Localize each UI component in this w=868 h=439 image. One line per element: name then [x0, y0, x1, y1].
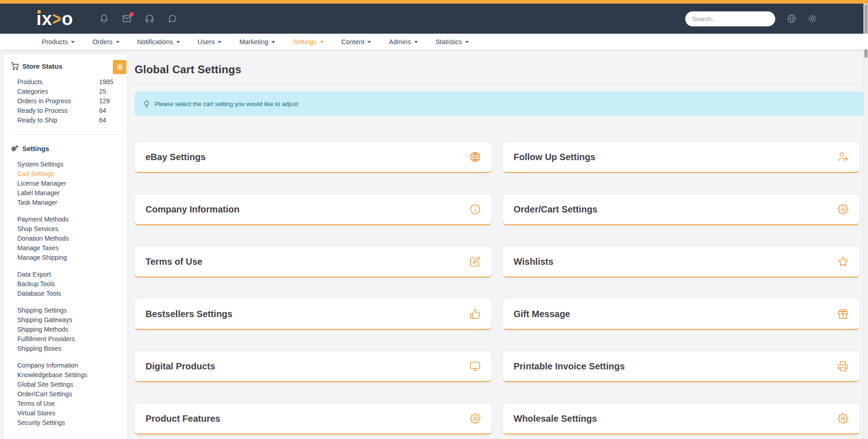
list-item: License Manager [17, 179, 127, 188]
sidebar-item-payment-methods[interactable]: Payment Methods [17, 216, 69, 223]
card-company-information[interactable]: Company Information [135, 194, 492, 225]
nav-orders[interactable]: Orders [92, 38, 119, 45]
stat-row: Ready to Ship64 [17, 116, 127, 125]
card-ebay-settings[interactable]: eBay Settings [135, 142, 492, 173]
main-content: Global Cart Settings Please select the c… [128, 50, 868, 439]
sidebar-item-shipping-methods[interactable]: Shipping Methods [17, 326, 68, 333]
nav-content[interactable]: Content [341, 38, 371, 45]
list-item: Knowledgebase Settings [17, 370, 127, 380]
admin-screen: ix>o [0, 0, 868, 439]
stat-row: Orders in Progress129 [17, 96, 127, 106]
gift-icon [838, 308, 848, 319]
gears-icon [11, 145, 19, 152]
ixxo-logo[interactable]: ix>o [36, 10, 73, 28]
card-wishlists[interactable]: Wishlists [503, 247, 860, 278]
header-notification-icons [100, 14, 177, 23]
sidebar-item-shipping-settings[interactable]: Shipping Settings [17, 307, 67, 314]
nav-users[interactable]: Users [198, 38, 222, 45]
scrollbar[interactable] [863, 4, 868, 439]
scrollbar-thumb[interactable] [864, 4, 868, 58]
card-gift-message[interactable]: Gift Message [503, 299, 860, 330]
star-icon [838, 256, 848, 267]
card-product-features[interactable]: Product Features [135, 404, 492, 434]
stat-row: Products1985 [17, 77, 127, 87]
alert-text: Please select the cart setting you would… [155, 101, 298, 107]
chat-icon[interactable] [168, 14, 177, 23]
nav-admins[interactable]: Admins [389, 38, 417, 45]
list-item: Task Manager [17, 198, 127, 207]
list-item: Global Site Settings [17, 380, 127, 389]
card-terms-of-use[interactable]: Terms of Use [135, 247, 492, 278]
sidebar-item-data-export[interactable]: Data Export [17, 271, 51, 278]
card-digital-products[interactable]: Digital Products [135, 351, 492, 382]
sidebar-item-donation-methods[interactable]: Donation Methods [17, 235, 69, 242]
sidebar-item-virtual-stores[interactable]: Virtual Stores [17, 409, 55, 417]
nav-marketing[interactable]: Marketing [239, 38, 275, 45]
sidebar-item-cart-settings[interactable]: Cart Settings [17, 170, 54, 177]
lightbulb-icon [143, 100, 151, 108]
settings-group-3: Data Export Backup Tools Database Tools [17, 270, 127, 298]
settings-group-1: System Settings Cart Settings License Ma… [17, 160, 127, 207]
sidebar-item-security-settings[interactable]: Security Settings [17, 419, 65, 426]
list-item: Data Export [17, 270, 127, 279]
stat-row: Ready to Process64 [17, 106, 127, 116]
logo-text-right: o [62, 10, 73, 28]
search-input[interactable] [692, 15, 773, 22]
sidebar-item-shop-services[interactable]: Shop Services [17, 225, 58, 232]
cart-icon [11, 62, 19, 70]
nav-statistics[interactable]: Statistics [436, 38, 469, 45]
chevron-down-icon [176, 41, 180, 43]
list-item: Fulfillment Providers [17, 334, 127, 344]
card-follow-up-settings[interactable]: Follow Up Settings [503, 142, 860, 173]
sidebar-gear-button[interactable] [113, 60, 126, 74]
app-header: ix>o [0, 4, 868, 34]
list-item: Shop Services [17, 224, 127, 234]
sidebar-item-task-manager[interactable]: Task Manager [17, 199, 57, 206]
list-item: Manage Shipping [17, 253, 127, 262]
list-item: Payment Methods [17, 215, 127, 224]
sidebar-item-global-site-settings[interactable]: Global Site Settings [17, 381, 73, 388]
thumbs-up-icon [470, 308, 481, 319]
nav-notifications[interactable]: Notifications [137, 38, 180, 45]
mail-icon[interactable] [122, 14, 131, 23]
gear-icon [470, 413, 481, 424]
sidebar-item-manage-shipping[interactable]: Manage Shipping [17, 254, 67, 261]
settings-group-2: Payment Methods Shop Services Donation M… [17, 215, 127, 262]
gear-icon[interactable] [808, 14, 817, 23]
sidebar-item-shipping-gateways[interactable]: Shipping Gateways [17, 316, 72, 323]
sidebar-item-label-manager[interactable]: Label Manager [17, 189, 60, 197]
chevron-down-icon [218, 41, 221, 43]
list-item: Order/Cart Settings [17, 389, 127, 399]
settings-group-4: Shipping Settings Shipping Gateways Ship… [17, 306, 127, 353]
nav-settings[interactable]: Settings [293, 38, 323, 45]
sidebar-item-database-tools[interactable]: Database Tools [17, 290, 61, 297]
list-item: Database Tools [17, 289, 127, 298]
card-printable-invoice-settings[interactable]: Printable Invoice Settings [503, 351, 860, 382]
chevron-down-icon [271, 41, 275, 43]
globe-icon[interactable] [787, 14, 796, 23]
headset-icon[interactable] [145, 14, 154, 23]
title-divider [135, 84, 864, 84]
sidebar-item-shipping-boxes[interactable]: Shipping Boxes [17, 345, 61, 352]
list-item: Security Settings [17, 418, 127, 428]
gear-icon [838, 204, 848, 215]
printer-icon [838, 361, 848, 372]
sidebar-item-terms-of-use[interactable]: Terms of Use [17, 400, 55, 407]
sidebar-item-manage-taxes[interactable]: Manage Taxes [17, 244, 59, 252]
bell-icon[interactable] [100, 14, 109, 23]
cart-settings-grid: eBay Settings Follow Up Settings Company… [135, 142, 864, 434]
sidebar-item-knowledgebase-settings[interactable]: Knowledgebase Settings [17, 371, 87, 378]
nav-products[interactable]: Products [42, 38, 75, 45]
sidebar-item-order-cart-settings[interactable]: Order/Cart Settings [17, 390, 72, 398]
list-item: Label Manager [17, 188, 127, 198]
card-wholesale-settings[interactable]: Wholesale Settings [503, 404, 860, 434]
list-item: System Settings [17, 160, 127, 169]
card-order-cart-settings[interactable]: Order/Cart Settings [503, 194, 860, 225]
sidebar-item-system-settings[interactable]: System Settings [17, 161, 63, 168]
card-bestsellers-settings[interactable]: Bestsellers Settings [135, 299, 492, 330]
sidebar-item-fulfillment-providers[interactable]: Fulfillment Providers [17, 335, 75, 343]
chevron-down-icon [465, 41, 469, 43]
sidebar-item-license-manager[interactable]: License Manager [17, 180, 66, 187]
sidebar-item-company-information[interactable]: Company Information [17, 362, 78, 369]
sidebar-item-backup-tools[interactable]: Backup Tools [17, 280, 55, 288]
